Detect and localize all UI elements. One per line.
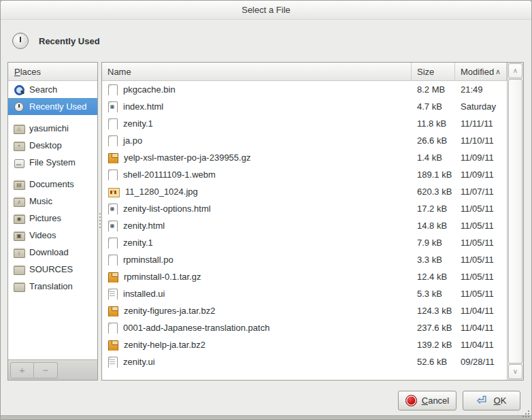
list-header: Name Size Modified ∧ bbox=[102, 63, 523, 81]
file-row[interactable]: pkgcache.bin 8.2 MB 21:49 bbox=[102, 81, 507, 98]
sidebar-item[interactable]: Desktop bbox=[8, 137, 97, 154]
text-file-icon bbox=[108, 118, 117, 129]
sort-ascending-icon: ∧ bbox=[495, 67, 501, 76]
resize-grip[interactable] bbox=[520, 408, 529, 417]
column-header-name[interactable]: Name bbox=[102, 63, 412, 81]
text-file-icon bbox=[108, 135, 117, 146]
scroll-thumb[interactable] bbox=[508, 79, 522, 364]
sidebar-item-label: Translation bbox=[29, 281, 73, 291]
sidebar-item[interactable]: SOURCES bbox=[8, 261, 97, 278]
sidebar-item[interactable]: Search bbox=[8, 81, 97, 98]
text-file-icon bbox=[108, 84, 117, 95]
sidebar-item-label: Search bbox=[29, 84, 57, 95]
sidebar-item[interactable]: Translation bbox=[8, 278, 97, 295]
desktop-folder-icon bbox=[14, 140, 24, 151]
file-name: 11_1280_1024.jpg bbox=[125, 187, 198, 197]
file-row[interactable]: index.html 4.7 kB Saturday bbox=[102, 98, 507, 115]
file-size: 4.7 kB bbox=[412, 101, 455, 112]
image-file-icon bbox=[108, 187, 119, 197]
file-row[interactable]: zenity.ui 52.6 kB 09/28/11 bbox=[102, 353, 507, 370]
file-row[interactable]: zenity.1 11.8 kB 11/11/11 bbox=[102, 115, 507, 132]
file-modified: Saturday bbox=[455, 101, 507, 112]
file-name: ja.po bbox=[123, 135, 142, 146]
scroll-up-button[interactable]: ∧ bbox=[508, 63, 522, 78]
download-folder-icon bbox=[14, 247, 24, 258]
file-name: zenity-list-options.html bbox=[123, 204, 211, 214]
file-row[interactable]: shell-20111109-1.webm 189.1 kB 11/09/11 bbox=[102, 166, 507, 183]
file-row[interactable]: 11_1280_1024.jpg 620.3 kB 11/07/11 bbox=[102, 183, 507, 200]
ok-button-label: OK bbox=[494, 395, 507, 406]
sidebar-item-label: Download bbox=[29, 247, 69, 257]
chevron-up-icon: ∧ bbox=[513, 67, 518, 74]
search-icon bbox=[14, 84, 24, 95]
places-pane: Places Search Recently Used bbox=[7, 62, 98, 381]
file-row[interactable]: rpminstall-0.1.tar.gz 12.4 kB 11/05/11 bbox=[102, 268, 507, 285]
file-name: index.html bbox=[123, 101, 163, 112]
file-row[interactable]: ja.po 26.6 kB 11/10/11 bbox=[102, 132, 507, 149]
sidebar-item[interactable]: Music bbox=[8, 193, 97, 210]
sidebar-item[interactable]: Download bbox=[8, 244, 97, 261]
file-size: 8.2 MB bbox=[412, 84, 455, 95]
file-name: yelp-xsl-master-po-ja-239955.gz bbox=[124, 152, 250, 163]
add-place-button[interactable]: + bbox=[10, 362, 34, 378]
sidebar-item-label: File System bbox=[29, 157, 76, 167]
file-row[interactable]: yelp-xsl-master-po-ja-239955.gz 1.4 kB 1… bbox=[102, 149, 507, 166]
sidebar-item[interactable]: Documents bbox=[8, 176, 97, 193]
file-name: 0001-add-Japanese-translation.patch bbox=[123, 323, 269, 333]
window-bottom-edge bbox=[1, 415, 531, 419]
titlebar[interactable]: Select a File bbox=[1, 1, 531, 20]
file-size: 5.3 kB bbox=[412, 289, 455, 299]
sidebar-item[interactable]: yasumichi bbox=[8, 120, 97, 137]
sidebar-item[interactable]: Recently Used bbox=[8, 98, 97, 115]
file-modified: 11/05/11 bbox=[455, 272, 507, 282]
file-name: zenity-help-ja.tar.bz2 bbox=[124, 340, 205, 350]
text-file-icon bbox=[108, 323, 117, 334]
remove-place-button[interactable]: − bbox=[34, 362, 58, 378]
file-modified: 11/05/11 bbox=[455, 221, 507, 231]
clock-icon bbox=[12, 32, 29, 50]
sidebar-item[interactable]: File System bbox=[8, 154, 97, 171]
file-modified: 21:49 bbox=[455, 84, 507, 95]
file-size: 189.1 kB bbox=[412, 169, 455, 180]
window-title: Select a File bbox=[242, 5, 290, 15]
sidebar-item-label: Pictures bbox=[29, 213, 61, 223]
file-modified: 11/07/11 bbox=[455, 187, 507, 197]
file-modified: 11/04/11 bbox=[455, 306, 507, 316]
file-modified: 11/05/11 bbox=[455, 204, 507, 214]
html-file-icon bbox=[108, 101, 117, 112]
archive-file-icon bbox=[108, 152, 118, 163]
places-header[interactable]: Places bbox=[8, 63, 97, 81]
sidebar-item[interactable]: Pictures bbox=[8, 210, 97, 227]
file-size: 12.4 kB bbox=[412, 272, 455, 282]
file-row[interactable]: zenity-list-options.html 17.2 kB 11/05/1… bbox=[102, 200, 507, 217]
file-modified: 11/10/11 bbox=[455, 135, 507, 146]
cancel-button[interactable]: Cancel bbox=[398, 391, 456, 410]
file-modified: 11/05/11 bbox=[455, 238, 507, 248]
file-size: 620.3 kB bbox=[412, 187, 455, 197]
column-header-modified[interactable]: Modified ∧ bbox=[455, 63, 507, 81]
places-toolbar: + − bbox=[8, 359, 97, 380]
file-name: zenity.1 bbox=[123, 238, 153, 248]
sidebar-item-label: Recently Used bbox=[29, 101, 87, 112]
sidebar-item[interactable]: Videos bbox=[8, 227, 97, 244]
stop-icon bbox=[405, 395, 417, 406]
scrollbar[interactable]: ∧ ∨ bbox=[507, 63, 523, 380]
file-row[interactable]: zenity-help-ja.tar.bz2 139.2 kB 11/04/11 bbox=[102, 336, 507, 353]
file-row[interactable]: zenity.1 7.9 kB 11/05/11 bbox=[102, 234, 507, 251]
file-row[interactable]: 0001-add-Japanese-translation.patch 237.… bbox=[102, 319, 507, 336]
file-size: 237.6 kB bbox=[412, 323, 455, 333]
file-size: 1.4 kB bbox=[412, 152, 455, 163]
archive-file-icon bbox=[108, 340, 118, 351]
sidebar-item-label: Videos bbox=[29, 230, 56, 240]
scroll-down-button[interactable]: ∨ bbox=[508, 364, 522, 379]
html-file-icon bbox=[108, 204, 117, 214]
text-file-icon bbox=[108, 169, 117, 180]
ok-button[interactable]: OK bbox=[463, 391, 520, 410]
file-modified: 11/05/11 bbox=[455, 255, 507, 265]
column-header-size[interactable]: Size bbox=[412, 63, 455, 81]
file-row[interactable]: rpminstall.po 3.3 kB 11/05/11 bbox=[102, 251, 507, 268]
file-row[interactable]: zenity.html 14.8 kB 11/05/11 bbox=[102, 217, 507, 234]
file-row[interactable]: installed.ui 5.3 kB 11/05/11 bbox=[102, 285, 507, 302]
file-modified: 11/11/11 bbox=[455, 118, 507, 129]
file-row[interactable]: zenity-figures-ja.tar.bz2 124.3 kB 11/04… bbox=[102, 302, 507, 319]
